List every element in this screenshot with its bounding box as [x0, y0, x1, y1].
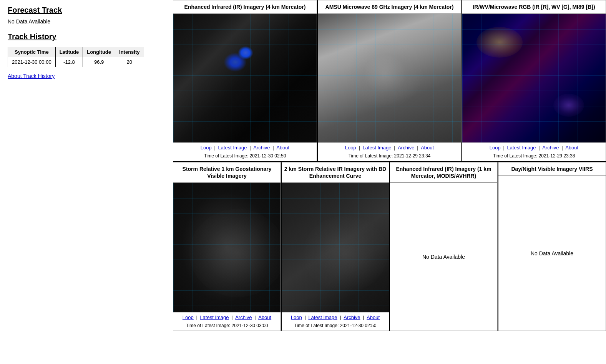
panel-enhanced-ir-1km-no-data: No Data Available: [390, 183, 497, 331]
sep11: |: [231, 314, 234, 320]
track-history-title: Track History: [8, 32, 165, 41]
about-link-vis[interactable]: About: [258, 314, 271, 320]
loop-link-ir[interactable]: Loop: [201, 145, 212, 151]
panel-storm-rel-2km-ir-links: Loop | Latest Image | Archive | About: [282, 312, 389, 322]
sep7: |: [503, 145, 506, 151]
sep10: |: [196, 314, 199, 320]
panel-storm-rel-2km-ir-image: [282, 183, 389, 312]
cell-latitude: -12.8: [55, 57, 83, 67]
panel-storm-rel-1km: Storm Relative 1 km Geostationary Visibl…: [173, 162, 281, 331]
grid-overlay-rgb: [462, 14, 606, 142]
timestamp-value-vis: 2021-12-30 03:00: [232, 323, 268, 328]
cell-longitude: 96.9: [83, 57, 115, 67]
col-synoptic-time: Synoptic Time: [8, 47, 56, 57]
panel-daynight-viirs-title: Day/Night Visible Imagery VIIRS: [498, 162, 606, 176]
archive-link-amsu[interactable]: Archive: [398, 145, 414, 151]
panel-enhanced-ir-title: Enhanced Infrared (IR) Imagery (4 km Mer…: [173, 0, 317, 14]
ir-image-render: [173, 14, 317, 142]
forecast-no-data: No Data Available: [8, 18, 165, 25]
latest-image-link-rgb[interactable]: Latest Image: [507, 145, 536, 151]
top-row: Enhanced Infrared (IR) Imagery (4 km Mer…: [173, 0, 606, 162]
loop-link-vis[interactable]: Loop: [183, 314, 194, 320]
sidebar: Forecast Track No Data Available Track H…: [0, 0, 173, 364]
panel-ir-wv-rgb-image: [462, 14, 606, 142]
sep13: |: [304, 314, 307, 320]
forecast-title: Forecast Track: [8, 6, 165, 15]
loop-link-amsu[interactable]: Loop: [345, 145, 356, 151]
timestamp-label-stormrel: Time of Latest Image:: [294, 323, 339, 328]
panel-storm-rel-2km-ir-title: 2 km Storm Relative IR Imagery with BD E…: [282, 162, 389, 183]
grid-overlay-amsu: [318, 14, 461, 142]
about-link-rgb[interactable]: About: [565, 145, 578, 151]
panel-storm-rel-1km-timestamp: Time of Latest Image: 2021-12-30 03:00: [173, 322, 281, 331]
panel-amsu-title: AMSU Microwave 89 GHz Imagery (4 km Merc…: [318, 0, 461, 14]
panel-amsu: AMSU Microwave 89 GHz Imagery (4 km Merc…: [317, 0, 462, 161]
col-latitude: Latitude: [55, 47, 83, 57]
panel-enhanced-ir-1km-title: Enhanced Infrared (IR) Imagery (1 km Mer…: [390, 162, 497, 183]
timestamp-value-rgb: 2021-12-29 23:38: [539, 153, 575, 159]
sep5: |: [394, 145, 397, 151]
panel-ir-wv-rgb-timestamp: Time of Latest Image: 2021-12-29 23:38: [462, 152, 606, 161]
about-link-ir[interactable]: About: [276, 145, 289, 151]
panel-enhanced-ir-1km: Enhanced Infrared (IR) Imagery (1 km Mer…: [389, 162, 498, 331]
panel-enhanced-ir-timestamp: Time of Latest Image: 2021-12-30 02:50: [173, 152, 317, 161]
panel-ir-wv-rgb-links: Loop | Latest Image | Archive | About: [462, 142, 606, 152]
bottom-row: Storm Relative 1 km Geostationary Visibl…: [173, 162, 606, 331]
about-link-amsu[interactable]: About: [421, 145, 434, 151]
latest-image-link-ir[interactable]: Latest Image: [218, 145, 247, 151]
main-content: Enhanced Infrared (IR) Imagery (4 km Mer…: [173, 0, 606, 364]
sep6: |: [417, 145, 420, 151]
panel-storm-rel-1km-title: Storm Relative 1 km Geostationary Visibl…: [173, 162, 281, 183]
panel-storm-rel-2km-ir: 2 km Storm Relative IR Imagery with BD E…: [281, 162, 389, 331]
panel-ir-wv-rgb-title: IR/WV/Microwave RGB (IR [R], WV [G], MI8…: [462, 0, 606, 14]
panel-enhanced-ir-links: Loop | Latest Image | Archive | About: [173, 142, 317, 152]
stormrel-image-render: [282, 183, 389, 312]
panel-enhanced-ir-image: [173, 14, 317, 142]
sep15: |: [363, 314, 365, 320]
col-intensity: Intensity: [115, 47, 144, 57]
amsu-image-render: [318, 14, 461, 142]
sep2: |: [249, 145, 252, 151]
timestamp-value-ir: 2021-12-30 02:50: [250, 153, 286, 159]
timestamp-label-vis: Time of Latest Image:: [186, 323, 231, 328]
timestamp-label-ir: Time of Latest Image:: [204, 153, 249, 159]
latest-image-link-vis[interactable]: Latest Image: [200, 314, 229, 320]
latest-image-link-stormrel[interactable]: Latest Image: [308, 314, 337, 320]
track-table: Synoptic Time Latitude Longitude Intensi…: [8, 47, 144, 67]
archive-link-rgb[interactable]: Archive: [542, 145, 559, 151]
panel-storm-rel-2km-ir-timestamp: Time of Latest Image: 2021-12-30 02:50: [282, 322, 389, 331]
col-longitude: Longitude: [83, 47, 115, 57]
panel-amsu-timestamp: Time of Latest Image: 2021-12-29 23:34: [318, 152, 461, 161]
panel-storm-rel-1km-links: Loop | Latest Image | Archive | About: [173, 312, 281, 322]
sep4: |: [359, 145, 361, 151]
visible-image-render: [173, 183, 281, 312]
panel-ir-wv-rgb: IR/WV/Microwave RGB (IR [R], WV [G], MI8…: [462, 0, 606, 161]
panel-amsu-image: [318, 14, 461, 142]
panel-daynight-viirs-no-data: No Data Available: [498, 176, 606, 331]
loop-link-stormrel[interactable]: Loop: [291, 314, 302, 320]
archive-link-stormrel[interactable]: Archive: [344, 314, 360, 320]
grid-overlay-stormrel: [282, 183, 389, 312]
sep14: |: [340, 314, 342, 320]
sep3: |: [272, 145, 275, 151]
sep9: |: [561, 145, 564, 151]
sep1: |: [214, 145, 217, 151]
loop-link-rgb[interactable]: Loop: [490, 145, 501, 151]
panel-storm-rel-1km-image: [173, 183, 281, 312]
archive-link-ir[interactable]: Archive: [253, 145, 270, 151]
timestamp-value-amsu: 2021-12-29 23:34: [394, 153, 431, 159]
about-track-history-link[interactable]: About Track History: [8, 73, 55, 79]
grid-overlay: [173, 14, 317, 142]
rgb-image-render: [462, 14, 606, 142]
latest-image-link-amsu[interactable]: Latest Image: [362, 145, 391, 151]
panel-amsu-links: Loop | Latest Image | Archive | About: [318, 142, 461, 152]
cell-intensity: 20: [115, 57, 144, 67]
table-row: 2021-12-30 00:00 -12.8 96.9 20: [8, 57, 144, 67]
about-link-stormrel[interactable]: About: [367, 314, 380, 320]
timestamp-label-amsu: Time of Latest Image:: [349, 153, 393, 159]
archive-link-vis[interactable]: Archive: [235, 314, 252, 320]
grid-overlay-vis: [173, 183, 281, 312]
timestamp-label-rgb: Time of Latest Image:: [493, 153, 538, 159]
sep12: |: [254, 314, 257, 320]
cell-synoptic-time: 2021-12-30 00:00: [8, 57, 56, 67]
